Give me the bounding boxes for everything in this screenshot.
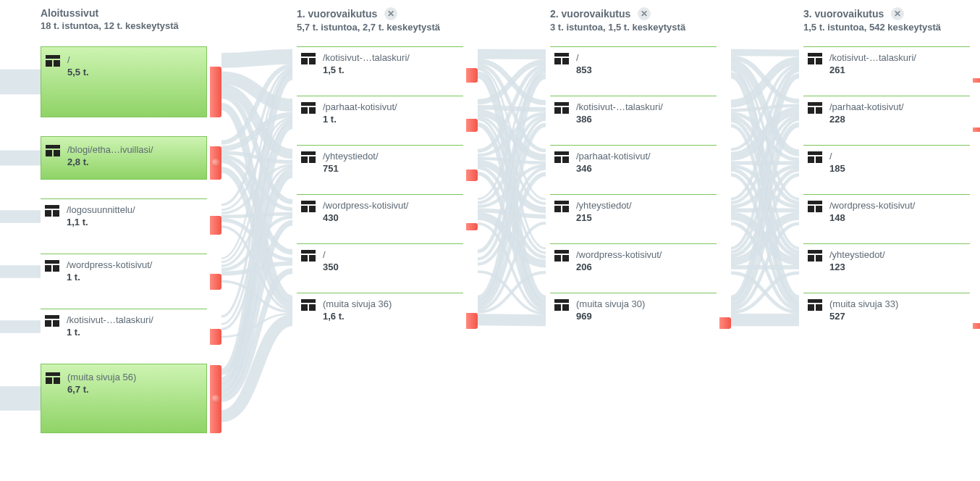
flow-node[interactable]: /parhaat-kotisivut/228: [803, 96, 970, 132]
page-icon: [301, 201, 316, 212]
column-subtitle: 3 t. istuntoa, 1,5 t. keskeytystä: [550, 22, 767, 33]
dropoff-indicator[interactable]: [973, 127, 980, 132]
svg-rect-16: [46, 377, 52, 384]
node-path: /parhaat-kotisivut/: [829, 101, 963, 112]
flow-node[interactable]: /185: [803, 145, 970, 181]
flow-node[interactable]: /parhaat-kotisivut/346: [550, 145, 717, 181]
node-body: /kotisivut-…talaskuri/261: [803, 47, 970, 83]
node-body: /yhteystiedot/123: [803, 244, 970, 280]
dropoff-indicator[interactable]: [466, 313, 478, 329]
flow-node[interactable]: /853: [550, 46, 717, 83]
close-icon[interactable]: [638, 7, 651, 20]
node-path: /kotisivut-…talaskuri/: [576, 101, 709, 112]
dropoff-indicator[interactable]: [719, 317, 731, 329]
dropoff-indicator[interactable]: [973, 323, 980, 329]
flow-node[interactable]: /yhteystiedot/215: [550, 194, 717, 230]
svg-rect-4: [46, 150, 52, 156]
node-path: (muita sivuja 33): [829, 298, 963, 309]
page-icon: [808, 102, 822, 116]
node-body: /wordpress-kotisivut/206: [550, 244, 717, 280]
flow-node[interactable]: (muita sivuja 33)527: [803, 293, 970, 329]
page-icon: [46, 145, 60, 156]
node-body: (muita sivuja 33)527: [803, 293, 970, 329]
flow-node[interactable]: /wordpress-kotisivut/206: [550, 243, 717, 280]
svg-rect-15: [46, 372, 60, 376]
dropoff-indicator[interactable]: [466, 68, 478, 83]
column-header: 3. vuorovaikutus1,5 t. istuntoa, 542 kes…: [803, 7, 980, 41]
node-path: /blogi/etha…ivuillasi/: [67, 144, 199, 155]
dropoff-indicator[interactable]: [466, 170, 478, 181]
page-icon: [46, 55, 60, 67]
svg-rect-32: [309, 255, 316, 262]
close-icon[interactable]: [891, 7, 904, 20]
page-icon: [45, 260, 59, 274]
svg-rect-26: [309, 156, 316, 163]
svg-rect-23: [309, 107, 316, 114]
svg-rect-9: [45, 260, 59, 264]
svg-rect-37: [554, 58, 561, 64]
node-value: 430: [323, 212, 456, 223]
node-value: 261: [829, 64, 963, 75]
node-body: /wordpress-kotisivut/1 t.: [41, 254, 207, 290]
page-icon: [554, 151, 569, 163]
node-path: /wordpress-kotisivut/: [829, 200, 963, 211]
node-value: 206: [576, 262, 709, 272]
node-body: (muita sivuja 36)1,6 t.: [297, 293, 463, 329]
svg-rect-7: [45, 210, 51, 217]
svg-rect-60: [808, 151, 822, 155]
flow-node[interactable]: /kotisivut-…talaskuri/261: [803, 46, 970, 83]
flow-node[interactable]: /wordpress-kotisivut/430: [297, 194, 463, 230]
column-header: 1. vuorovaikutus5,7 t. istuntoa, 2,7 t. …: [297, 7, 514, 41]
page-icon: [808, 201, 822, 214]
svg-rect-48: [554, 250, 569, 254]
page-icon: [808, 299, 822, 311]
flow-node[interactable]: /kotisivut-…talaskuri/1,5 t.: [297, 46, 463, 83]
flow-node[interactable]: /logosuunnittelu/1,1 t.: [41, 198, 207, 235]
flow-node[interactable]: /yhteystiedot/123: [803, 243, 970, 280]
dropoff-indicator[interactable]: [973, 78, 980, 83]
close-icon[interactable]: [384, 7, 397, 20]
node-value: 969: [576, 311, 709, 322]
page-icon: [808, 201, 822, 212]
flow-node[interactable]: (muita sivuja 30)969: [550, 293, 717, 329]
flow-node[interactable]: /350: [297, 243, 463, 280]
node-value: 1,5 t.: [323, 64, 456, 75]
page-icon: [301, 299, 316, 311]
node-path: /wordpress-kotisivut/: [67, 259, 200, 270]
flow-node[interactable]: /parhaat-kotisivut/1 t.: [297, 96, 463, 132]
svg-rect-27: [301, 201, 316, 204]
page-icon: [46, 145, 60, 159]
node-path: /parhaat-kotisivut/: [576, 151, 709, 162]
flow-node[interactable]: /5,5 t.: [41, 46, 207, 117]
dropoff-indicator[interactable]: [210, 274, 221, 290]
page-icon: [301, 250, 316, 262]
node-body: /5,5 t.: [41, 46, 207, 117]
dropoff-indicator[interactable]: [210, 329, 221, 345]
svg-rect-0: [46, 55, 60, 59]
svg-rect-68: [816, 255, 822, 262]
dropoff-indicator[interactable]: [210, 216, 221, 235]
node-body: /blogi/etha…ivuillasi/2,8 t.: [41, 136, 207, 180]
flow-node[interactable]: /kotisivut-…talaskuri/1 t.: [41, 309, 207, 345]
flow-node[interactable]: (muita sivuja 56)6,7 t.: [41, 364, 207, 433]
page-icon: [46, 372, 60, 386]
dropoff-indicator[interactable]: [466, 223, 478, 230]
flow-node[interactable]: (muita sivuja 36)1,6 t.: [297, 293, 463, 329]
page-icon: [808, 250, 822, 262]
page-icon: [808, 102, 822, 114]
flow-node[interactable]: /wordpress-kotisivut/148: [803, 194, 970, 230]
flow-node[interactable]: /blogi/etha…ivuillasi/2,8 t.: [41, 136, 207, 180]
node-value: 350: [323, 262, 456, 272]
svg-rect-3: [46, 145, 60, 149]
node-value: 5,5 t.: [67, 67, 199, 78]
node-value: 215: [576, 212, 709, 223]
flow-node[interactable]: /wordpress-kotisivut/1 t.: [41, 254, 207, 290]
node-body: /kotisivut-…talaskuri/1 t.: [41, 309, 207, 345]
flow-node[interactable]: /yhteystiedot/751: [297, 145, 463, 181]
flow-node[interactable]: /kotisivut-…talaskuri/386: [550, 96, 717, 132]
dropoff-indicator[interactable]: [466, 119, 478, 132]
svg-rect-19: [301, 58, 308, 64]
node-value: 751: [323, 163, 456, 174]
svg-rect-41: [562, 107, 569, 114]
dropoff-indicator[interactable]: [210, 67, 221, 117]
